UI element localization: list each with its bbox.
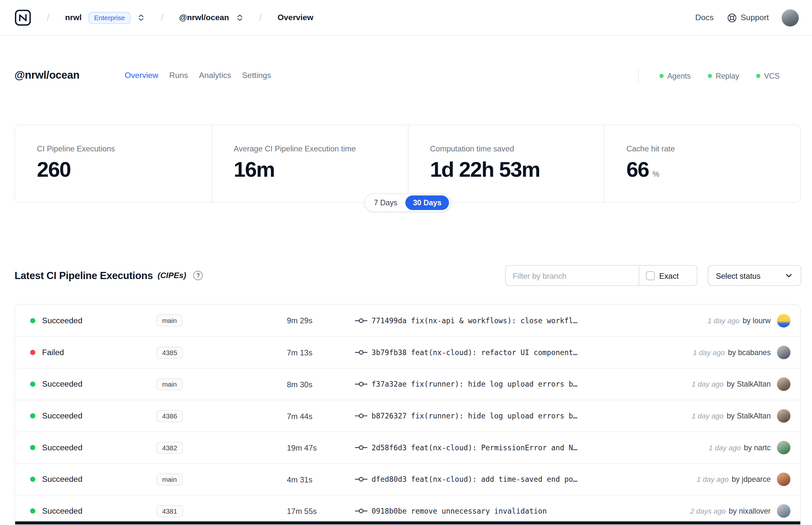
branch-column: 4382 [156, 441, 287, 453]
help-icon[interactable]: ? [194, 271, 203, 280]
range-30-days-button[interactable]: 30 Days [405, 196, 449, 210]
agents-link[interactable]: Agents [659, 72, 691, 80]
vertical-divider [638, 69, 639, 82]
status-dot-icon [30, 413, 35, 418]
breadcrumb-separator: / [161, 12, 163, 24]
stat-label: CI Pipeline Executions [37, 144, 199, 153]
status-dot-icon [30, 508, 35, 514]
stat-card-executions: CI Pipeline Executions 260 [15, 125, 211, 202]
cipe-meta: 1 day ago by nartc [709, 444, 771, 452]
status-dot-icon [30, 350, 35, 355]
cipe-time: 1 day ago [709, 444, 740, 452]
section-subtitle: (CIPEs) [157, 271, 186, 280]
cutoff-dark-bar [15, 522, 800, 525]
table-row[interactable]: Succeeded 4381 17m 55s 0918b0be remove u… [15, 495, 800, 525]
nx-cloud-dashboard: / nrwl Enterprise / @nrwl/ocean / Overvi… [0, 0, 812, 525]
cipe-time: 1 day ago [691, 380, 723, 389]
chevron-down-icon [784, 271, 793, 280]
enterprise-badge: Enterprise [88, 12, 131, 24]
breadcrumb-org[interactable]: nrwl [65, 13, 81, 22]
cipe-status: Succeeded [42, 411, 156, 421]
support-label: Support [740, 13, 769, 22]
table-row[interactable]: Succeeded main 8m 30s f37a32ae fix(runne… [15, 368, 800, 400]
navbar-actions: Docs Support [695, 9, 799, 26]
tab-runs[interactable]: Runs [169, 71, 188, 80]
table-row[interactable]: Succeeded 4382 19m 47s 2d58f6d3 feat(nx-… [15, 432, 800, 463]
author-avatar [777, 409, 791, 423]
git-commit-icon [355, 444, 367, 451]
branch-filter-input[interactable] [505, 265, 639, 286]
stat-value: 260 [37, 158, 199, 182]
cipe-duration: 7m 13s [287, 348, 355, 357]
cipe-meta: 1 day ago by StalkAltan [691, 411, 770, 420]
cipe-author: by lourw [742, 316, 770, 325]
workspace-title: @nrwl/ocean [15, 69, 80, 81]
cipe-status: Succeeded [42, 506, 156, 515]
cipe-status: Failed [42, 348, 156, 357]
cipe-author: by StalkAltan [726, 380, 770, 389]
cipe-duration: 17m 55s [287, 507, 355, 515]
branch-badge: 4382 [156, 441, 183, 453]
git-commit-icon [355, 380, 367, 388]
table-row[interactable]: Succeeded 4386 7m 44s b8726327 fix(runne… [15, 400, 800, 432]
section-title: Latest CI Pipeline Executions [15, 270, 153, 282]
table-row[interactable]: Succeeded main 4m 31s dfed80d3 feat(nx-c… [15, 463, 800, 495]
commit-message: dfed80d3 feat(nx-cloud): add time-saved … [371, 475, 697, 483]
tab-overview[interactable]: Overview [125, 71, 158, 80]
replay-link[interactable]: Replay [708, 72, 739, 80]
exact-filter-group: Exact [639, 265, 697, 286]
date-range-toggle: 7 Days 30 Days [364, 193, 451, 212]
cipe-author: by jdpearce [732, 475, 771, 483]
table-row[interactable]: Succeeded main 9m 29s 771499da fix(nx-ap… [15, 305, 800, 336]
cipe-meta: 1 day ago by jdpearce [697, 475, 771, 483]
cipe-meta: 1 day ago by lourw [707, 316, 770, 325]
stat-card-cache-hit: Cache hit rate 66% [604, 125, 800, 202]
docs-link[interactable]: Docs [695, 13, 714, 22]
branch-badge: main [156, 378, 183, 390]
tab-analytics[interactable]: Analytics [199, 71, 231, 80]
workspace-switcher-icon[interactable] [236, 14, 244, 22]
status-dot-icon [659, 73, 663, 78]
stat-number: 66 [626, 158, 649, 182]
status-dot-icon [30, 381, 35, 387]
cipe-time: 1 day ago [707, 316, 739, 325]
breadcrumb-separator: / [259, 12, 262, 24]
support-link[interactable]: Support [727, 13, 769, 22]
cipe-section-header: Latest CI Pipeline Executions (CIPEs) ? … [15, 265, 801, 286]
status-select-button[interactable]: Select status [707, 265, 801, 286]
nx-cloud-logo-icon[interactable] [15, 10, 31, 26]
stat-label: Computation time saved [430, 144, 592, 153]
replay-label: Replay [716, 72, 739, 80]
cipe-time: 2 days ago [690, 507, 726, 515]
breadcrumb-workspace[interactable]: @nrwl/ocean [179, 13, 229, 22]
branch-badge: 4385 [156, 346, 183, 358]
status-dot-icon [30, 445, 35, 450]
git-commit-icon [355, 349, 367, 356]
table-row[interactable]: Failed 4385 7m 13s 3b79fb38 feat(nx-clou… [15, 336, 800, 368]
branch-badge: main [156, 473, 183, 485]
tab-settings[interactable]: Settings [242, 71, 271, 80]
top-navbar: / nrwl Enterprise / @nrwl/ocean / Overvi… [0, 0, 812, 36]
exact-checkbox[interactable] [646, 271, 655, 280]
status-dot-icon [30, 318, 35, 323]
workspace-status-links: Agents Replay VCS [638, 69, 797, 82]
branch-badge: 4381 [156, 505, 183, 517]
branch-column: 4386 [156, 410, 287, 422]
stat-card-time-saved: Computation time saved 1d 22h 53m [408, 125, 604, 202]
commit-message: 3b79fb38 feat(nx-cloud): refactor UI com… [371, 348, 693, 357]
commit-message: 771499da fix(nx-api & workflows): close … [371, 316, 707, 325]
cipe-author: by bcabanes [728, 348, 771, 357]
org-switcher-icon[interactable] [137, 14, 145, 22]
commit-message: b8726327 fix(runner): hide log upload er… [371, 411, 691, 420]
git-commit-icon [355, 508, 367, 515]
user-avatar[interactable] [781, 9, 799, 26]
git-commit-icon [355, 476, 367, 483]
cipe-meta: 1 day ago by StalkAltan [691, 380, 770, 389]
range-7-days-button[interactable]: 7 Days [366, 196, 405, 210]
cipe-filters: Exact Select status [505, 265, 801, 286]
branch-badge: main [156, 314, 183, 327]
branch-column: main [156, 378, 287, 390]
cipe-author: by StalkAltan [726, 411, 770, 420]
author-avatar [777, 472, 791, 486]
vcs-link[interactable]: VCS [756, 72, 780, 80]
